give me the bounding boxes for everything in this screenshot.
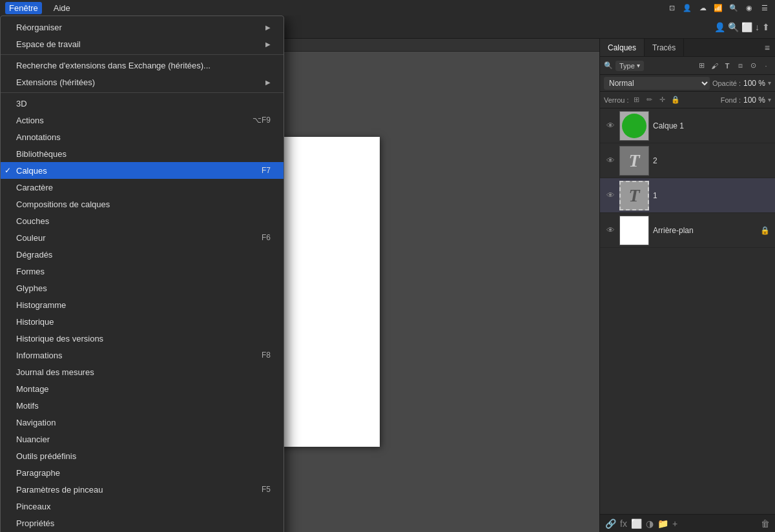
layer-visibility-4[interactable]: 👁 (605, 225, 615, 236)
person-icon: ◉ (744, 3, 754, 13)
hamburger-icon[interactable]: ☰ (760, 3, 770, 13)
panel-bottom-toolbar: 🔗 fx ⬜ ◑ 📁 + 🗑 (600, 514, 775, 532)
search-icon[interactable]: 🔍 (728, 3, 739, 13)
opacity-arrow[interactable]: ▾ (768, 79, 771, 87)
menu-arrow-icon: ▶ (265, 24, 271, 31)
pixel-icon[interactable]: ⊞ (696, 61, 707, 71)
user-icon: 👤 (682, 3, 692, 13)
menu-item-label: Réorganiser (16, 23, 62, 32)
layer-item[interactable]: 👁 T 1 (600, 178, 775, 213)
menu-item-montage[interactable]: Montage (1, 380, 284, 397)
menu-item-calques[interactable]: Calques F7 (1, 162, 284, 179)
panel-filter-toolbar: 🔍 Type ▾ ⊞ 🖌 T ⧈ ⊙ · (600, 57, 775, 75)
lock-all-icon[interactable]: 🔒 (670, 95, 681, 105)
layer-item[interactable]: 👁 T 2 (600, 143, 775, 178)
layer-text-thumb-2: T (628, 150, 639, 171)
menu-item-label: Outils prédéfinis (16, 451, 76, 461)
link-layers-btn[interactable]: 🔗 (605, 518, 616, 529)
panel-more-icon[interactable]: ≡ (760, 39, 775, 56)
menu-item-informations[interactable]: InformationsF8 (1, 347, 284, 363)
opacity-value[interactable]: 100 % (743, 79, 765, 88)
delete-layer-btn[interactable]: 🗑 (761, 518, 770, 529)
layer-thumb-3: T (619, 181, 649, 210)
menu-item-label: Bibliothèques (16, 149, 67, 159)
layer-item[interactable]: 👁 Arrière-plan 🔒 (600, 213, 775, 248)
lock-pixels-icon[interactable]: ⊞ (632, 95, 642, 105)
lock-position-icon[interactable]: ✏ (645, 95, 655, 105)
menu-aide[interactable]: Aide (50, 2, 74, 14)
toolbar-right-icon-2[interactable]: 🔍 (728, 22, 739, 32)
add-mask-btn[interactable]: ⬜ (631, 518, 642, 529)
menu-item-motifs[interactable]: Motifs (1, 397, 284, 414)
menu-fenetre[interactable]: Fenêtre (5, 2, 42, 14)
brush-filter-icon[interactable]: 🖌 (709, 61, 719, 71)
menu-item-formes[interactable]: Formes (1, 263, 284, 280)
menu-separator (1, 92, 284, 93)
menu-item-parametres-pinceau[interactable]: Paramètres de pinceauF5 (1, 481, 284, 498)
menu-item-espace[interactable]: Espace de travail ▶ (1, 36, 284, 52)
layer-text-thumb-3: T (628, 185, 639, 206)
menu-item-degrades[interactable]: Dégradés (1, 246, 284, 263)
menu-item-glyphes[interactable]: Glyphes (1, 280, 284, 296)
menu-separator (1, 54, 284, 55)
toolbar-right-icon-5[interactable]: ⬆ (762, 22, 770, 32)
smart-filter-icon[interactable]: ⊙ (748, 61, 758, 71)
menu-item-label: Montage (16, 384, 49, 394)
shape-filter-icon[interactable]: ⧈ (735, 61, 745, 71)
layer-name-2: 2 (653, 156, 770, 165)
menu-item-label: Propriétés (16, 518, 54, 528)
layer-thumb-2: T (619, 146, 649, 176)
menu-item-bibliotheques[interactable]: Bibliothèques (1, 145, 284, 162)
menu-item-navigation[interactable]: Navigation (1, 414, 284, 431)
menu-item-journal[interactable]: Journal des mesures (1, 363, 284, 380)
tab-traces[interactable]: Tracés (645, 39, 684, 56)
menu-item-3d[interactable]: 3D (1, 95, 284, 112)
dot-filter-icon[interactable]: · (761, 61, 771, 71)
adjustment-btn[interactable]: ◑ (646, 518, 654, 529)
menu-item-couches[interactable]: Couches (1, 212, 284, 229)
folder-btn[interactable]: 📁 (657, 518, 668, 529)
toolbar-right-icon-1[interactable]: 👤 (714, 22, 725, 32)
toolbar-right-icon-4[interactable]: ↓ (755, 22, 760, 32)
menu-item-historique-versions[interactable]: Historique des versions (1, 330, 284, 347)
menu-item-annotations[interactable]: Annotations (1, 128, 284, 145)
add-style-btn[interactable]: fx (620, 518, 627, 529)
tab-calques[interactable]: Calques (600, 39, 645, 56)
menu-item-label: Recherche d'extensions dans Exchange (hé… (16, 61, 211, 70)
layer-visibility-3[interactable]: 👁 (605, 190, 615, 201)
menu-item-label: Journal des mesures (16, 367, 94, 377)
menu-item-couleur[interactable]: CouleurF6 (1, 229, 284, 246)
text-filter-icon[interactable]: T (722, 61, 732, 71)
menu-item-outils-predefinis[interactable]: Outils prédéfinis (1, 447, 284, 464)
menubar-right: ⊡ 👤 ☁ 📶 🔍 ◉ ☰ (666, 3, 770, 13)
menu-item-compositions[interactable]: Compositions de calques (1, 196, 284, 212)
add-layer-btn[interactable]: + (672, 518, 677, 529)
menu-item-paragraphe[interactable]: Paragraphe (1, 464, 284, 481)
menu-item-pinceaux[interactable]: Pinceaux (1, 498, 284, 515)
menu-item-extensions[interactable]: Extensions (héritées) ▶ (1, 74, 284, 90)
blend-mode-select[interactable]: Normal (604, 77, 710, 90)
menu-item-label: Dégradés (16, 250, 52, 260)
fill-arrow[interactable]: ▾ (768, 96, 771, 103)
menu-item-proprietes[interactable]: Propriétés (1, 515, 284, 531)
lock-artboard-icon[interactable]: ✛ (657, 95, 668, 105)
layer-visibility-1[interactable]: 👁 (605, 121, 615, 131)
layer-visibility-2[interactable]: 👁 (605, 156, 615, 166)
menu-item-label: Pinceaux (16, 502, 50, 511)
menu-item-label: Caractère (16, 183, 53, 192)
menu-item-recherche[interactable]: Recherche d'extensions dans Exchange (hé… (1, 57, 284, 74)
menu-item-histogramme[interactable]: Histogramme (1, 296, 284, 313)
menu-item-label: Historique (16, 317, 54, 327)
menu-item-nuancier[interactable]: Nuancier (1, 431, 284, 447)
layer-item[interactable]: 👁 Calque 1 (600, 108, 775, 143)
toolbar-right-icon-3[interactable]: ⬜ (741, 22, 752, 32)
menu-item-historique[interactable]: Historique (1, 313, 284, 330)
menu-item-label: Informations (16, 351, 63, 360)
menu-item-actions[interactable]: Actions⌥F9 (1, 112, 284, 128)
type-filter-btn[interactable]: Type ▾ (615, 61, 644, 71)
wifi-icon: 📶 (713, 3, 723, 13)
menu-item-reorganiser[interactable]: Réorganiser ▶ (1, 19, 284, 36)
fill-value[interactable]: 100 % (743, 96, 765, 105)
type-filter-arrow: ▾ (637, 62, 640, 69)
menu-item-caractere[interactable]: Caractère (1, 179, 284, 196)
